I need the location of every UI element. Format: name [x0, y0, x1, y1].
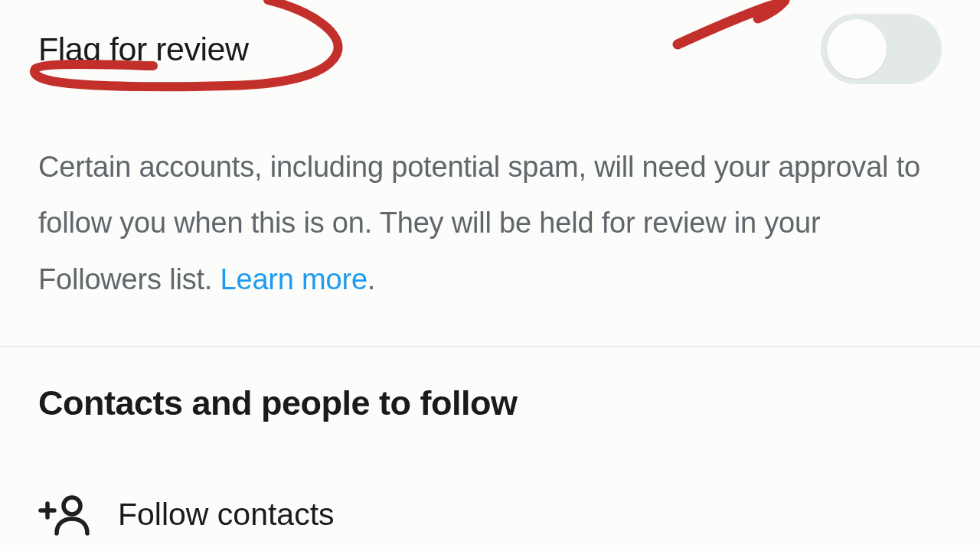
- follow-contacts-row[interactable]: Follow contacts: [38, 494, 942, 536]
- add-person-icon: [38, 494, 92, 536]
- toggle-knob: [827, 19, 887, 79]
- flag-for-review-section: Flag for review Certain accounts, includ…: [0, 0, 980, 347]
- flag-for-review-description: Certain accounts, including potential sp…: [38, 139, 942, 308]
- contacts-heading: Contacts and people to follow: [38, 383, 942, 423]
- flag-for-review-toggle[interactable]: [821, 14, 942, 84]
- flag-for-review-row: Flag for review: [38, 14, 942, 84]
- description-text: Certain accounts, including potential sp…: [38, 151, 920, 295]
- flag-for-review-title: Flag for review: [38, 31, 248, 68]
- description-trailing: .: [368, 263, 375, 295]
- svg-point-0: [64, 497, 80, 514]
- learn-more-link[interactable]: Learn more: [220, 263, 368, 295]
- follow-contacts-label: Follow contacts: [118, 497, 335, 533]
- contacts-section: Contacts and people to follow Follow con…: [0, 347, 980, 536]
